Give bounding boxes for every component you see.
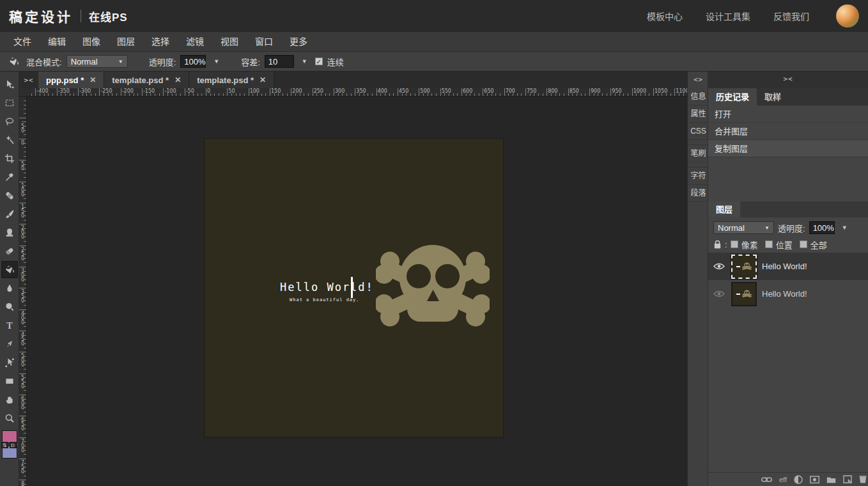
- layers-opacity-dropdown-icon[interactable]: ▼: [839, 224, 851, 231]
- clone-stamp-tool[interactable]: [1, 224, 18, 241]
- tolerance-dropdown-icon[interactable]: ▼: [298, 58, 311, 65]
- strip-divider: [688, 162, 708, 168]
- adjustment-icon[interactable]: [794, 475, 803, 484]
- close-icon[interactable]: ✕: [260, 75, 266, 84]
- pen-tool[interactable]: [1, 335, 18, 352]
- tab-history[interactable]: 历史记录: [708, 88, 757, 106]
- collapse-panels-icon[interactable]: ><: [775, 72, 801, 87]
- link-icon[interactable]: [761, 476, 772, 483]
- nav-design-tools[interactable]: 设计工具集: [706, 10, 750, 22]
- new-layer-icon[interactable]: [843, 475, 852, 483]
- default-colors-button[interactable]: D: [10, 442, 17, 448]
- chevron-down-icon: ▼: [118, 59, 123, 65]
- panel-tab-brush[interactable]: 笔刷: [688, 145, 709, 162]
- layers-blend-row: Normal ▼ 透明度: 100% ▼: [708, 219, 868, 237]
- layers-blend-mode-select[interactable]: Normal ▼: [713, 221, 774, 234]
- swap-colors-icon[interactable]: ⇅: [1, 442, 8, 448]
- visibility-eye-icon[interactable]: [712, 263, 726, 270]
- menu-window[interactable]: 窗口: [247, 32, 281, 51]
- history-item-open[interactable]: 打开: [708, 106, 868, 123]
- right-panel-strip: <> 信息 属性 CSS 笔刷 字符 段落: [687, 72, 708, 486]
- menu-more[interactable]: 更多: [281, 32, 316, 51]
- path-select-tool[interactable]: [1, 354, 18, 371]
- menu-edit[interactable]: 编辑: [40, 32, 74, 51]
- menu-file[interactable]: 文件: [5, 32, 40, 51]
- nav-feedback[interactable]: 反馈我们: [773, 10, 809, 22]
- opacity-input[interactable]: 100%: [180, 55, 206, 68]
- crop-tool[interactable]: [1, 150, 18, 167]
- dodge-tool[interactable]: [1, 298, 18, 315]
- header-nav: 模板中心 设计工具集 反馈我们: [647, 4, 859, 27]
- contiguous-label: 连续: [327, 56, 344, 68]
- folder-icon[interactable]: [826, 476, 836, 483]
- menu-filter[interactable]: 滤镜: [178, 32, 212, 51]
- menu-image[interactable]: 图像: [74, 32, 109, 51]
- hand-tool[interactable]: [1, 391, 18, 408]
- tab-layers[interactable]: 图层: [708, 201, 740, 217]
- shape-tool[interactable]: [1, 372, 18, 389]
- panel-tab-properties[interactable]: 属性: [688, 106, 709, 123]
- tab-sampling[interactable]: 取样: [757, 88, 789, 106]
- panel-header: ><: [708, 72, 868, 88]
- layers-opacity-input[interactable]: 100%: [809, 221, 835, 234]
- layer-effects-button[interactable]: eff: [779, 476, 787, 483]
- skull-crossbones-graphic: [376, 245, 490, 333]
- mask-icon[interactable]: [810, 476, 819, 483]
- canvas-viewport[interactable]: Hello World! What a beautiful day.: [27, 97, 687, 486]
- lock-position-checkbox[interactable]: [765, 240, 773, 248]
- expand-panels-icon[interactable]: <>: [688, 72, 709, 88]
- lock-all-checkbox[interactable]: [800, 240, 807, 248]
- healing-tool[interactable]: [1, 187, 18, 204]
- visibility-eye-icon[interactable]: [712, 290, 726, 297]
- layer-thumbnail[interactable]: [731, 282, 757, 306]
- layer-thumbnail[interactable]: [731, 255, 757, 279]
- history-item-duplicate-layer[interactable]: 复制图层: [708, 140, 868, 157]
- doc-tab-template-1[interactable]: template.psd * ✕: [104, 72, 189, 88]
- trash-icon[interactable]: [859, 475, 867, 483]
- move-tool[interactable]: [1, 75, 18, 93]
- close-icon[interactable]: ✕: [89, 75, 96, 84]
- doc-tab-ppp[interactable]: ppp.psd * ✕: [38, 72, 104, 88]
- tolerance-input[interactable]: 10: [265, 55, 294, 68]
- document-canvas[interactable]: Hello World! What a beautiful day.: [205, 139, 503, 437]
- brush-tool[interactable]: [1, 205, 18, 223]
- blend-mode-select[interactable]: Normal ▼: [66, 55, 128, 68]
- lasso-tool[interactable]: [1, 113, 18, 130]
- chevron-down-icon: ▼: [764, 225, 770, 231]
- user-avatar[interactable]: [836, 4, 859, 27]
- zoom-tool[interactable]: [1, 409, 18, 427]
- magic-wand-tool[interactable]: [1, 131, 18, 148]
- product-name: 在线PS: [89, 8, 128, 24]
- panel-tab-character[interactable]: 字符: [688, 168, 709, 185]
- eraser-tool[interactable]: [1, 242, 18, 260]
- history-item-merge-layers[interactable]: 合并图层: [708, 123, 868, 140]
- close-icon[interactable]: ✕: [174, 75, 181, 84]
- collapse-left-icon[interactable]: ><: [19, 73, 38, 88]
- doc-tab-label: template.psd *: [197, 75, 254, 85]
- panel-tab-info[interactable]: 信息: [688, 88, 709, 106]
- panel-tab-css[interactable]: CSS: [688, 123, 709, 140]
- layers-tab-row: 图层: [708, 201, 868, 217]
- vertical-ruler: -500501001502002503003504004505005506006…: [19, 97, 27, 486]
- opacity-dropdown-icon[interactable]: ▼: [210, 58, 222, 65]
- nav-template-center[interactable]: 模板中心: [647, 10, 683, 22]
- blur-tool[interactable]: [1, 279, 18, 297]
- eyedropper-tool[interactable]: [1, 168, 18, 185]
- menu-view[interactable]: 视图: [212, 32, 247, 51]
- text-tool[interactable]: T: [1, 317, 18, 334]
- app-window: 稿定设计 在线PS 模板中心 设计工具集 反馈我们 文件 编辑 图像 图层 选择…: [0, 0, 868, 486]
- layer-row-1[interactable]: Hello World!: [708, 253, 868, 280]
- doc-tab-label: template.psd *: [112, 75, 169, 85]
- menu-select[interactable]: 选择: [143, 32, 178, 51]
- contiguous-checkbox[interactable]: [315, 58, 323, 65]
- panel-tab-paragraph[interactable]: 段落: [688, 185, 709, 202]
- marquee-tool[interactable]: [1, 94, 18, 111]
- layer-row-2[interactable]: Hello World!: [708, 280, 868, 308]
- foreground-color-swatch[interactable]: [2, 430, 17, 443]
- paint-bucket-tool[interactable]: [1, 261, 18, 278]
- lock-pixels-checkbox[interactable]: [731, 240, 738, 248]
- menu-layer[interactable]: 图层: [109, 32, 143, 51]
- blend-mode-value: Normal: [71, 57, 98, 67]
- doc-tab-template-2[interactable]: template.psd * ✕: [189, 72, 274, 88]
- opacity-label: 透明度:: [149, 56, 176, 68]
